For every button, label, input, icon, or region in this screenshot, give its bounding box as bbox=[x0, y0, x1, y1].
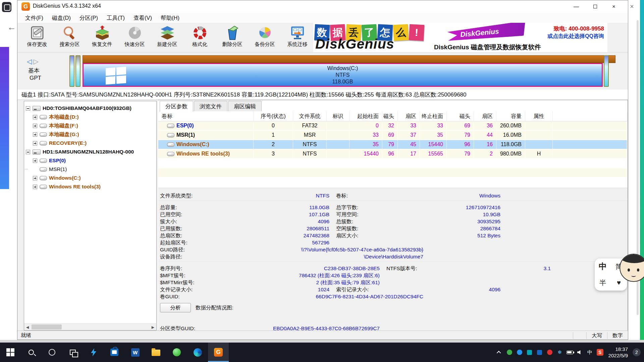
table-row[interactable]: Windows(C:)2NTFS357945154409616118.0GB bbox=[158, 140, 627, 149]
column-header-4[interactable]: 起始柱面 bbox=[350, 111, 382, 121]
column-header-7[interactable]: 终止柱面 bbox=[420, 111, 447, 121]
expand-plus-icon[interactable] bbox=[33, 115, 37, 119]
partition-sliver-esp[interactable] bbox=[69, 55, 74, 87]
scroll-left-arrow-icon[interactable]: ◀ bbox=[24, 324, 31, 330]
menu-item-4[interactable]: 查看(V) bbox=[129, 13, 156, 23]
tray-chevron-up-icon[interactable] bbox=[494, 343, 504, 362]
toolbar-button-7[interactable]: 删除分区 bbox=[216, 23, 249, 52]
tree-item-5[interactable]: HD1:SAMSUNGMZNLN128HAHQ-000 bbox=[24, 147, 156, 156]
tree-horizontal-scrollbar[interactable]: ◀ ▶ bbox=[24, 323, 156, 330]
tray-icon-navy[interactable] bbox=[535, 343, 545, 362]
expand-plus-icon[interactable] bbox=[33, 159, 37, 163]
toolbar-button-2[interactable]: 搜索分区 bbox=[53, 23, 86, 52]
ime-status-widget[interactable]: 中 简 半 ♥ bbox=[595, 254, 644, 293]
app-diskgenius[interactable]: G bbox=[208, 343, 229, 362]
volume-icon[interactable] bbox=[575, 343, 585, 362]
toolbar-button-8[interactable]: 备份分区 bbox=[249, 23, 281, 52]
task-view-button[interactable] bbox=[62, 343, 83, 362]
app-edge[interactable] bbox=[187, 343, 208, 362]
minimize-button[interactable]: — bbox=[567, 0, 586, 13]
partition-windows-c[interactable]: Windows(C:) NTFS 118.0GB bbox=[83, 63, 603, 87]
ime-lang-indicator[interactable]: 中 bbox=[585, 343, 595, 362]
collapse-minus-icon[interactable] bbox=[26, 106, 30, 111]
tree-item-3[interactable]: 本地磁盘(G:) bbox=[24, 130, 156, 139]
expand-plus-icon[interactable] bbox=[33, 124, 37, 128]
tab-2[interactable]: 扇区编辑 bbox=[228, 101, 262, 111]
toolbar-button-3[interactable]: 恢复文件 bbox=[86, 23, 118, 52]
toolbar-button-5[interactable]: 新建分区 bbox=[151, 23, 183, 52]
app-file-explorer[interactable] bbox=[146, 343, 166, 362]
tree-item-9[interactable]: Windows RE tools(3) bbox=[24, 182, 156, 191]
menu-item-1[interactable]: 磁盘(D) bbox=[48, 13, 75, 23]
volume-name-cell: Windows(C:) bbox=[158, 140, 254, 149]
disk-nav-arrows[interactable]: ◁▷ bbox=[27, 57, 39, 65]
next-disk-arrow-icon[interactable]: ▷ bbox=[33, 58, 38, 65]
tray-icon-green[interactable] bbox=[504, 343, 515, 362]
background-close-icon[interactable]: × bbox=[630, 3, 634, 10]
maximize-button[interactable] bbox=[586, 0, 604, 13]
tree-item-0[interactable]: HD0:TOSHIBAMQ04ABF100(932GB) bbox=[24, 104, 156, 113]
app-word[interactable]: W bbox=[125, 343, 146, 362]
banner-qq-link[interactable]: 或点击此处选择QQ咨询 bbox=[547, 33, 604, 40]
tree-item-4[interactable]: RECOVERY(E:) bbox=[24, 139, 156, 147]
toolbar-button-9[interactable]: 系统迁移 bbox=[281, 23, 314, 52]
tree-item-1[interactable]: 本地磁盘(D:) bbox=[24, 113, 156, 121]
toolbar-button-1[interactable]: 保存更改 bbox=[21, 23, 53, 52]
column-header-11[interactable]: 属性 bbox=[525, 111, 553, 121]
column-header-0[interactable]: 卷标 bbox=[158, 111, 254, 121]
ad-banner[interactable]: 数据丢了怎么! DiskGenius DiskGenius 致电: 400-00… bbox=[313, 23, 607, 52]
sogou-input-icon[interactable]: S bbox=[595, 343, 605, 362]
cortana-button[interactable] bbox=[42, 343, 62, 362]
toolbar-button-4[interactable]: 快速分区 bbox=[118, 23, 151, 52]
menu-item-5[interactable]: 帮助(H) bbox=[156, 13, 184, 23]
table-row[interactable]: MSR(1)1MSR33693735794416.0MB bbox=[158, 131, 627, 140]
battery-icon[interactable] bbox=[565, 343, 575, 362]
expand-plus-icon[interactable] bbox=[33, 132, 37, 137]
collapse-minus-icon[interactable] bbox=[26, 150, 30, 154]
scroll-right-arrow-icon[interactable]: ▶ bbox=[150, 324, 156, 330]
column-header-3[interactable]: 标识 bbox=[327, 111, 350, 121]
app-store[interactable] bbox=[104, 343, 125, 362]
expand-plus-icon[interactable] bbox=[33, 141, 37, 145]
analyze-button[interactable]: 分析 bbox=[160, 303, 191, 312]
back-arrow-icon[interactable]: ← bbox=[7, 22, 16, 33]
search-button[interactable] bbox=[21, 343, 42, 362]
notification-badge[interactable]: 2 bbox=[633, 348, 641, 356]
column-header-6[interactable]: 扇区 bbox=[398, 111, 420, 121]
tray-snowflake-icon[interactable]: ❄ bbox=[555, 343, 565, 362]
start-button[interactable] bbox=[0, 343, 21, 362]
title-bar[interactable]: G DiskGenius V5.4.3.1342 x64 — × bbox=[17, 0, 628, 13]
scrollbar-thumb[interactable] bbox=[32, 324, 62, 329]
tree-item-8[interactable]: Windows(C:) bbox=[24, 174, 156, 182]
tree-item-2[interactable]: 本地磁盘(F:) bbox=[24, 121, 156, 130]
column-header-8[interactable]: 磁头 bbox=[447, 111, 474, 121]
table-row[interactable]: ESP(0)0FAT3203233336936260.0MB bbox=[158, 121, 627, 131]
toolbar-button-6[interactable]: 格式化 bbox=[183, 23, 216, 52]
taskbar-clock[interactable]: 18:37 2022/5/9 bbox=[605, 346, 631, 359]
table-row[interactable]: Windows RE tools(3)3NTFS1544096171556579… bbox=[158, 149, 627, 159]
tray-icon-blue[interactable] bbox=[515, 343, 525, 362]
tray-icon-red[interactable] bbox=[545, 343, 555, 362]
expand-plus-icon[interactable] bbox=[33, 185, 37, 189]
app-lightning[interactable] bbox=[83, 343, 104, 362]
tree-item-7[interactable]: MSR(1) bbox=[24, 165, 156, 174]
tree-item-6[interactable]: ESP(0) bbox=[24, 156, 156, 165]
partition-sliver-msr[interactable] bbox=[75, 55, 80, 87]
menu-item-2[interactable]: 分区(P) bbox=[75, 13, 102, 23]
tab-1[interactable]: 浏览文件 bbox=[194, 101, 227, 111]
close-button[interactable]: × bbox=[604, 0, 623, 13]
browser-tab-icon[interactable] bbox=[2, 2, 11, 12]
column-header-1[interactable]: 序号(状态) bbox=[254, 111, 293, 121]
tray-icon-teal[interactable] bbox=[525, 343, 535, 362]
column-header-2[interactable]: 文件系统 bbox=[293, 111, 327, 121]
partition-sliver-re-tools[interactable] bbox=[604, 55, 609, 87]
menu-item-0[interactable]: 文件(F) bbox=[21, 13, 48, 23]
tab-0[interactable]: 分区参数 bbox=[160, 101, 193, 112]
column-header-10[interactable]: 容量 bbox=[496, 111, 525, 121]
app-green[interactable] bbox=[166, 343, 187, 362]
menu-item-3[interactable]: 工具(T) bbox=[102, 13, 129, 23]
expand-plus-icon[interactable] bbox=[33, 176, 37, 180]
column-header-5[interactable]: 磁头 bbox=[382, 111, 398, 121]
column-header-9[interactable]: 扇区 bbox=[474, 111, 496, 121]
prev-disk-arrow-icon[interactable]: ◁ bbox=[27, 58, 32, 65]
